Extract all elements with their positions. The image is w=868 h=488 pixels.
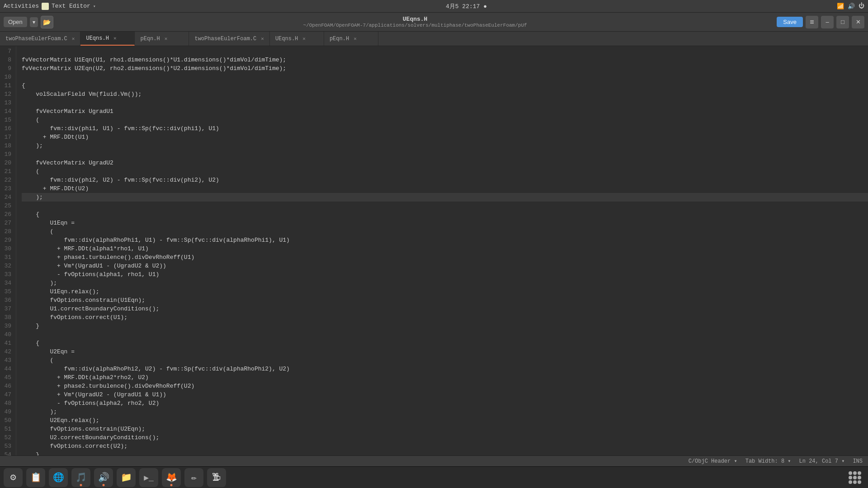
line-number: 22 xyxy=(3,176,11,184)
language-selector[interactable]: C/ObjC Header ▾ xyxy=(689,458,737,465)
taskbar-icon-sound[interactable]: 🔊 xyxy=(94,468,113,487)
line-number: 32 xyxy=(3,262,11,270)
apps-grid-icon xyxy=(849,471,861,484)
line-number: 48 xyxy=(3,399,11,408)
save-button[interactable]: Save xyxy=(777,17,803,27)
line-number: 9 xyxy=(3,64,11,73)
line-number: 47 xyxy=(3,390,11,399)
tab-close-icon[interactable]: ✕ xyxy=(165,36,168,42)
tab-close-icon[interactable]: ✕ xyxy=(113,35,117,41)
line-number: 24 xyxy=(3,193,11,202)
wifi-icon: 📶 xyxy=(837,3,844,10)
taskbar-icon-settings[interactable]: ⚙ xyxy=(4,468,23,487)
code-line: + phase1.turbulence().divDevRhoReff(U1) xyxy=(22,253,868,262)
app-icon xyxy=(42,3,49,10)
tab-close-icon[interactable]: ✕ xyxy=(261,36,264,42)
line-number: 15 xyxy=(3,116,11,124)
code-line: U1Eqn.relax(); xyxy=(22,287,868,296)
taskbar-icon-notes[interactable]: 📋 xyxy=(26,468,45,487)
code-line xyxy=(22,150,868,159)
code-line: fvm::div(phi2, U2) - fvm::Sp(fvc::div(ph… xyxy=(22,176,868,184)
taskbar-icon-browser[interactable]: 🎵 xyxy=(71,468,90,487)
line-number: 50 xyxy=(3,416,11,425)
code-line: + phase2.turbulence().divDevRhoReff(U2) xyxy=(22,382,868,390)
tab-close-icon[interactable]: ✕ xyxy=(302,36,306,42)
line-number: 27 xyxy=(3,219,11,227)
taskbar-icon-network[interactable]: 🌐 xyxy=(49,468,68,487)
line-number: 12 xyxy=(3,90,11,99)
taskbar-icon-files[interactable]: 📁 xyxy=(117,468,136,487)
code-line: ( xyxy=(22,116,868,124)
line-number: 36 xyxy=(3,296,11,305)
line-number: 38 xyxy=(3,313,11,322)
taskbar-icon-editor[interactable]: ✏️ xyxy=(184,468,203,487)
code-line xyxy=(22,330,868,339)
code-line: + MRF.DDt(U1) xyxy=(22,133,868,141)
tab-close-icon[interactable]: ✕ xyxy=(72,36,75,42)
line-number: 41 xyxy=(3,339,11,347)
folder-button[interactable]: 📂 xyxy=(41,16,53,28)
code-line: fvVectorMatrix U1Eqn(U1, rho1.dimensions… xyxy=(22,56,868,64)
code-line: ( xyxy=(22,356,868,365)
close-button[interactable]: ✕ xyxy=(852,16,864,28)
tab-pEqn-2[interactable]: pEqn.H ✕ xyxy=(324,32,378,46)
app-menu-arrow[interactable]: ▾ xyxy=(93,4,96,9)
line-number: 28 xyxy=(3,227,11,236)
taskbar-icons: ⚙ 📋 🌐 🎵 🔊 📁 ▶_ 🦊 ✏️ 🗜 xyxy=(4,468,226,487)
tab-UEqns-1[interactable]: UEqns.H ✕ xyxy=(80,32,135,46)
tab-close-icon[interactable]: ✕ xyxy=(354,36,357,42)
tab-width-selector[interactable]: Tab Width: 8 ▾ xyxy=(745,458,791,465)
line-number: 20 xyxy=(3,159,11,167)
tab-label: twoPhaseEulerFoam.C xyxy=(194,36,256,42)
taskbar-icon-firefox[interactable]: 🦊 xyxy=(162,468,181,487)
hamburger-menu-button[interactable]: ≡ xyxy=(806,16,818,28)
toolbar-filepath: ~/OpenFOAM/OpenFOAM-7/applications/solve… xyxy=(56,23,774,28)
code-line: - fvOptions(alpha1, rho1, U1) xyxy=(22,270,868,279)
code-line: + MRF.DDt(alpha1*rho1, U1) xyxy=(22,244,868,253)
line-number: 31 xyxy=(3,253,11,262)
editor-container: 7891011121314151617181920212223242526272… xyxy=(0,46,868,455)
line-number: 30 xyxy=(3,244,11,253)
code-area[interactable]: fvVectorMatrix U1Eqn(U1, rho1.dimensions… xyxy=(16,46,868,455)
tab-UEqns-2[interactable]: UEqns.H ✕ xyxy=(270,32,324,46)
taskbar-icon-archive[interactable]: 🗜 xyxy=(207,468,226,487)
code-line: U2Eqn = xyxy=(22,347,868,356)
line-number: 40 xyxy=(3,330,11,339)
code-line: fvm::div(alphaRhoPhi2, U2) - fvm::Sp(fvc… xyxy=(22,365,868,373)
position-indicator[interactable]: Ln 24, Col 7 ▾ xyxy=(799,458,845,465)
line-number: 33 xyxy=(3,270,11,279)
code-line: + Vm*(UgradU2 - (UgradU1 & U1)) xyxy=(22,390,868,399)
open-button[interactable]: Open xyxy=(4,17,27,27)
line-number: 34 xyxy=(3,279,11,287)
code-line: fvVectorMatrix UgradU1 xyxy=(22,107,868,116)
taskbar-icon-terminal[interactable]: ▶_ xyxy=(139,468,158,487)
minimize-button[interactable]: – xyxy=(821,16,834,28)
code-line xyxy=(22,47,868,56)
tab-label: pEqn.H xyxy=(140,36,160,42)
line-number: 46 xyxy=(3,382,11,390)
activities-button[interactable]: Activities xyxy=(4,3,39,9)
line-number: 26 xyxy=(3,210,11,219)
toolbar-right: Save ≡ – □ ✕ xyxy=(777,16,864,28)
line-number: 23 xyxy=(3,184,11,193)
open-dropdown-arrow[interactable]: ▾ xyxy=(30,17,38,27)
code-line: fvOptions.correct(U2); xyxy=(22,442,868,450)
tab-twoPhaseEulerFoam-1[interactable]: twoPhaseEulerFoam.C ✕ xyxy=(0,32,80,46)
restore-button[interactable]: □ xyxy=(836,16,849,28)
code-line: ); xyxy=(22,141,868,150)
line-number: 7 xyxy=(3,47,11,56)
code-line: fvVectorMatrix UgradU2 xyxy=(22,159,868,167)
line-number: 18 xyxy=(3,141,11,150)
code-line: fvVectorMatrix U2Eqn(U2, rho2.dimensions… xyxy=(22,64,868,73)
line-number: 54 xyxy=(3,450,11,455)
power-icon: ⏻ xyxy=(859,3,864,9)
line-number: 10 xyxy=(3,73,11,81)
tab-pEqn-1[interactable]: pEqn.H ✕ xyxy=(135,32,189,46)
code-line xyxy=(22,99,868,107)
tab-twoPhaseEulerFoam-2[interactable]: twoPhaseEulerFoam.C ✕ xyxy=(189,32,269,46)
code-line: fvOptions.correct(U1); xyxy=(22,313,868,322)
line-number: 39 xyxy=(3,322,11,330)
line-number: 19 xyxy=(3,150,11,159)
taskbar-apps-grid[interactable] xyxy=(845,468,864,487)
code-line: fvOptions.constrain(U2Eqn); xyxy=(22,425,868,433)
